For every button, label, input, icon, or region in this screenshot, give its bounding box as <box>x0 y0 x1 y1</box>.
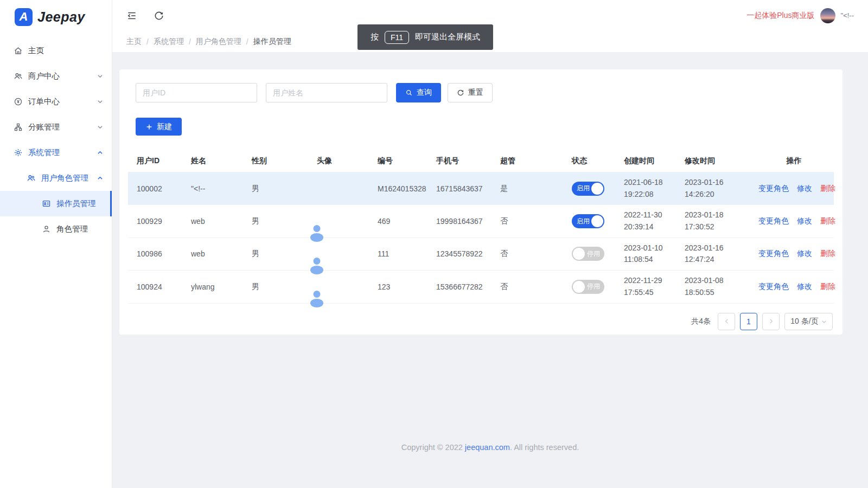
cell-created: 2021-06-18 19:22:08 <box>620 172 680 205</box>
status-label: 启用 <box>577 217 590 226</box>
cell-no: 469 <box>373 205 432 237</box>
cell-modified: 2023-01-16 12:47:24 <box>680 237 754 270</box>
user-name-input[interactable] <box>266 83 387 102</box>
chevron-left-icon <box>724 318 730 324</box>
reload-icon[interactable] <box>154 10 164 21</box>
cell-no: M1624015328 <box>373 172 432 205</box>
edit-link[interactable]: 修改 <box>797 216 812 226</box>
cell-gender: 男 <box>247 237 312 270</box>
change-role-link[interactable]: 变更角色 <box>758 184 789 194</box>
delete-link[interactable]: 删除 <box>820 216 835 226</box>
edit-link[interactable]: 修改 <box>797 184 812 194</box>
status-label: 停用 <box>587 282 600 291</box>
search-button[interactable]: 查询 <box>396 83 441 102</box>
jeequan-link[interactable]: jeequan.com <box>465 443 510 452</box>
cell-phone: 12345578922 <box>432 237 496 270</box>
chevron-up-icon <box>97 150 103 156</box>
avatar[interactable] <box>820 8 835 23</box>
page-size-select[interactable]: 10 条/页 <box>784 313 833 330</box>
sidebar-item-label: 主页 <box>28 46 44 56</box>
prev-page-button[interactable] <box>718 313 735 330</box>
cell-gender: 男 <box>247 271 312 303</box>
col-gender: 性别 <box>247 150 312 172</box>
toggle-knob <box>591 215 603 227</box>
sidebar-item-label: 用户角色管理 <box>41 173 88 183</box>
sidebar-item-order-center[interactable]: 订单中心 <box>0 89 112 114</box>
refresh-icon <box>457 89 464 97</box>
breadcrumb-home[interactable]: 主页 <box>126 37 142 47</box>
operator-management-card: 查询 重置 新建 用户ID 姓名 性别 头像 编号 手机号 超管 <box>119 69 843 335</box>
delete-link[interactable]: 删除 <box>820 249 835 259</box>
new-button[interactable]: 新建 <box>136 118 182 136</box>
gear-icon <box>14 148 23 157</box>
cell-gender: 男 <box>247 205 312 237</box>
status-label: 停用 <box>587 249 600 259</box>
chevron-down-icon <box>97 124 103 130</box>
sidebar-item-label: 分账管理 <box>28 122 60 132</box>
f11-key-badge: F11 <box>385 31 409 44</box>
cell-created: 2022-11-30 20:39:14 <box>620 205 680 237</box>
sidebar-item-system-management[interactable]: 系统管理 <box>0 140 112 165</box>
breadcrumb-user-role[interactable]: 用户角色管理 <box>196 37 241 47</box>
breadcrumb-system[interactable]: 系统管理 <box>154 37 184 47</box>
cell-user-id: 100929 <box>128 205 187 237</box>
breadcrumb-separator: / <box>146 37 149 46</box>
status-label: 启用 <box>577 184 590 193</box>
change-role-link[interactable]: 变更角色 <box>758 282 789 292</box>
chevron-down-icon <box>821 319 827 324</box>
header-right: 一起体验Plus商业版 "<!-- <box>746 8 854 23</box>
logo[interactable]: A Jeepay <box>0 0 112 34</box>
delete-link[interactable]: 删除 <box>820 282 835 292</box>
user-id-input[interactable] <box>136 83 257 102</box>
col-created: 创建时间 <box>620 150 680 172</box>
cell-modified: 2023-01-08 18:50:55 <box>680 271 754 303</box>
sidebar-item-label: 系统管理 <box>28 147 60 158</box>
col-phone: 手机号 <box>432 150 496 172</box>
status-toggle[interactable]: 启用 <box>572 182 604 196</box>
cell-phone: 19998164367 <box>432 205 496 237</box>
toolbar: 新建 <box>128 118 834 136</box>
status-toggle[interactable]: 停用 <box>572 280 604 294</box>
delete-link[interactable]: 删除 <box>820 184 835 194</box>
jeepay-logo-icon: A <box>15 8 33 26</box>
page-1-button[interactable]: 1 <box>740 313 757 330</box>
operators-table: 用户ID 姓名 性别 头像 编号 手机号 超管 状态 创建时间 修改时间 操作 … <box>128 150 834 304</box>
table-row: 100002 "<!-- 男 M1624015328 16715843637 是… <box>128 172 834 205</box>
table-row: 100924 ylwang 男 123 15366677282 否 停用 202… <box>128 271 834 303</box>
next-page-button[interactable] <box>762 313 780 330</box>
sidebar-item-home[interactable]: 主页 <box>0 38 112 63</box>
username[interactable]: "<!-- <box>841 11 854 20</box>
col-status: 状态 <box>567 150 620 172</box>
pagination: 共4条 1 10 条/页 <box>128 313 834 330</box>
edit-link[interactable]: 修改 <box>797 249 812 259</box>
search-icon <box>405 89 413 97</box>
sidebar-item-user-role-management[interactable]: 用户角色管理 <box>0 165 112 191</box>
team-icon <box>27 174 36 183</box>
change-role-link[interactable]: 变更角色 <box>758 249 789 259</box>
sidebar-item-role-management[interactable]: 角色管理 <box>0 216 112 242</box>
sidebar-item-merchant-center[interactable]: 商户中心 <box>0 63 112 89</box>
sidebar-menu: 主页 商户中心 订单中心 分账管理 系统管理 用户角色管理 <box>0 34 112 242</box>
col-modified: 修改时间 <box>680 150 754 172</box>
copyright-suffix: . All rights reserved. <box>510 443 579 452</box>
cell-created: 2022-11-29 17:55:45 <box>620 271 680 303</box>
cell-name: "<!-- <box>187 172 247 205</box>
reset-button[interactable]: 重置 <box>448 83 493 102</box>
change-role-link[interactable]: 变更角色 <box>758 216 789 226</box>
cell-name: web <box>187 205 247 237</box>
sidebar-item-operator-management[interactable]: 操作员管理 <box>0 191 112 216</box>
status-toggle[interactable]: 停用 <box>572 247 604 261</box>
sidebar-item-split-account[interactable]: 分账管理 <box>0 114 112 140</box>
cell-modified: 2023-01-18 17:30:52 <box>680 205 754 237</box>
tip-suffix: 即可退出全屏模式 <box>415 32 480 42</box>
page-size-label: 10 条/页 <box>790 317 818 326</box>
col-user-id: 用户ID <box>128 150 187 172</box>
transaction-icon <box>14 97 23 106</box>
plus-promo-link[interactable]: 一起体验Plus商业版 <box>746 11 814 21</box>
menu-fold-icon[interactable] <box>126 10 137 21</box>
toggle-knob <box>573 281 585 293</box>
col-ops: 操作 <box>754 150 834 172</box>
edit-link[interactable]: 修改 <box>797 282 812 292</box>
status-toggle[interactable]: 启用 <box>572 214 604 228</box>
tip-prefix: 按 <box>371 32 379 42</box>
